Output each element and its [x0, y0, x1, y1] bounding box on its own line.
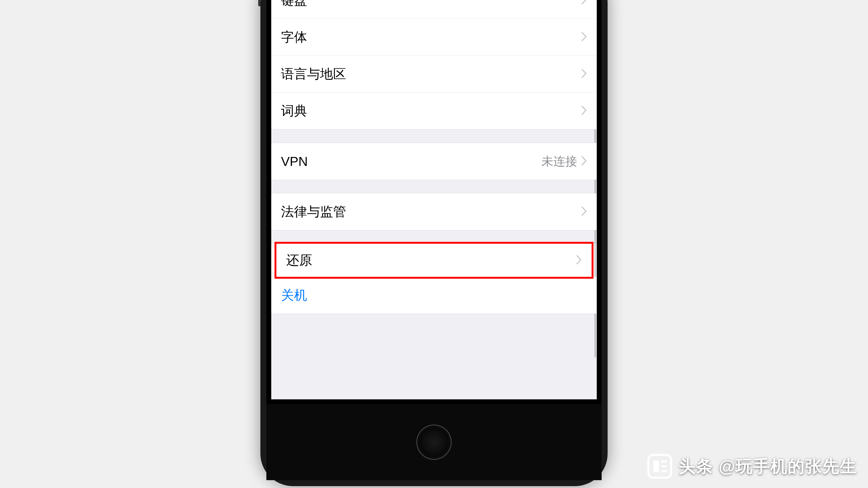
- label-fonts: 字体: [281, 29, 582, 46]
- watermark-brand: 头条: [679, 455, 713, 478]
- label-reset: 还原: [286, 252, 577, 269]
- label-shutdown: 关机: [281, 287, 307, 304]
- row-legal[interactable]: 法律与监管: [271, 193, 597, 230]
- svg-rect-0: [648, 455, 671, 478]
- chevron-right-icon: [582, 67, 587, 81]
- home-button[interactable]: [416, 425, 452, 460]
- label-language-region: 语言与地区: [281, 65, 582, 83]
- svg-rect-2: [661, 460, 667, 462]
- watermark-author: @玩手机的张先生: [719, 455, 857, 478]
- side-button: [258, 0, 260, 6]
- row-shutdown[interactable]: 关机: [271, 277, 597, 314]
- chevron-right-icon: [582, 0, 587, 7]
- svg-rect-3: [661, 465, 667, 467]
- home-area: [267, 404, 601, 480]
- section-vpn: VPN 未连接: [271, 142, 597, 180]
- section-input: 键盘 字体 语言与地区: [271, 0, 597, 130]
- section-legal: 法律与监管: [271, 193, 597, 230]
- label-keyboard: 键盘: [281, 0, 582, 9]
- phone-frame: 键盘 字体 语言与地区: [260, 0, 608, 486]
- row-keyboard[interactable]: 键盘: [271, 0, 597, 19]
- label-dictionary: 词典: [281, 102, 582, 120]
- row-fonts[interactable]: 字体: [271, 19, 597, 56]
- row-vpn[interactable]: VPN 未连接: [271, 143, 597, 180]
- phone-inner: 键盘 字体 语言与地区: [267, 0, 601, 480]
- chevron-right-icon: [582, 155, 587, 168]
- screen: 键盘 字体 语言与地区: [271, 0, 597, 399]
- toutiao-logo-icon: [646, 453, 673, 480]
- chevron-right-icon: [582, 205, 587, 219]
- watermark: 头条 @玩手机的张先生: [646, 453, 857, 480]
- row-dictionary[interactable]: 词典: [271, 93, 597, 129]
- chevron-right-icon: [582, 104, 587, 118]
- svg-rect-4: [661, 470, 667, 472]
- chevron-right-icon: [582, 30, 587, 44]
- section-reset: 还原 关机: [271, 243, 597, 314]
- value-vpn-status: 未连接: [541, 154, 577, 169]
- label-legal: 法律与监管: [281, 203, 582, 220]
- settings-list: 键盘 字体 语言与地区: [271, 0, 597, 314]
- svg-rect-1: [653, 460, 659, 472]
- row-language-region[interactable]: 语言与地区: [271, 56, 597, 93]
- chevron-right-icon: [577, 254, 582, 267]
- row-reset[interactable]: 还原: [275, 242, 593, 279]
- label-vpn: VPN: [281, 154, 541, 169]
